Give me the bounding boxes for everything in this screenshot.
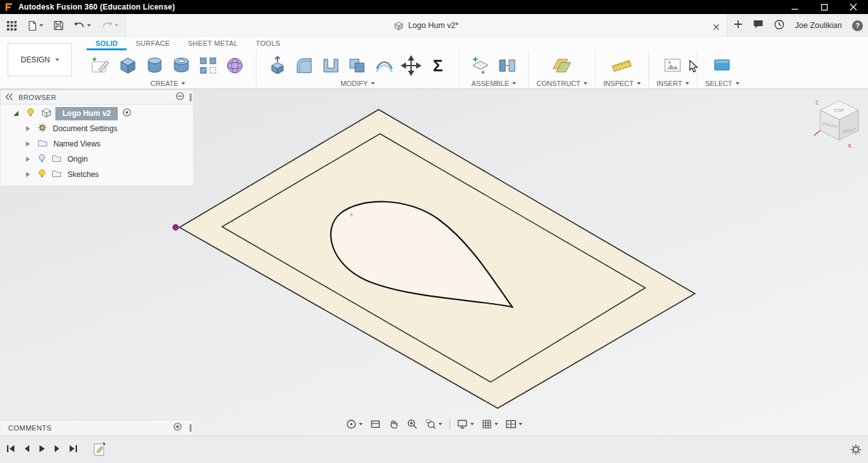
viewports-caret-icon[interactable]	[519, 423, 522, 425]
browser-row-document-settings[interactable]: Document Settings	[1, 121, 193, 136]
minimize-button[interactable]	[780, 0, 809, 14]
user-name[interactable]: Joe Zoulikian	[795, 21, 842, 30]
inspect-menu-button[interactable]: INSPECT	[603, 80, 641, 87]
construct-plane-icon[interactable]	[549, 52, 575, 79]
visibility-bulb-icon[interactable]	[38, 169, 46, 180]
group-assemble: ASSEMBLE	[459, 50, 528, 89]
settings-gear-icon	[38, 123, 47, 134]
browser-minimize-icon[interactable]	[176, 92, 185, 103]
zoom-button[interactable]	[407, 418, 418, 430]
create-menu-button[interactable]: CREATE	[151, 80, 186, 87]
press-pull-icon[interactable]	[264, 52, 291, 79]
document-tab-close-icon[interactable]	[713, 22, 720, 33]
orbit-button[interactable]	[346, 418, 363, 430]
display-settings-button[interactable]	[457, 418, 474, 430]
assemble-menu-button[interactable]: ASSEMBLE	[472, 80, 516, 87]
titlebar: Autodesk Fusion 360 (Education License)	[0, 0, 868, 14]
zoom-window-caret-icon[interactable]	[438, 423, 442, 425]
save-button[interactable]	[53, 20, 64, 31]
browser-collapse-icon[interactable]	[4, 92, 13, 103]
modify-menu-button[interactable]: MODIFY	[340, 80, 375, 87]
browser-row-root[interactable]: Logo Hum v2	[1, 106, 193, 121]
comments-scroll-handle[interactable]	[190, 424, 192, 432]
document-tab[interactable]: Logo Hum v2*	[125, 14, 727, 37]
construct-menu-button[interactable]: CONSTRUCT	[536, 80, 587, 87]
combine-icon[interactable]	[344, 52, 371, 79]
revolve-icon[interactable]	[141, 52, 168, 79]
shell-icon[interactable]	[318, 52, 344, 79]
collapsed-caret-icon[interactable]	[26, 157, 30, 162]
pan-button[interactable]	[388, 418, 400, 430]
collapsed-caret-icon[interactable]	[26, 172, 30, 177]
browser-row-named-views[interactable]: Named Views	[1, 136, 193, 152]
assemble-label: ASSEMBLE	[472, 80, 509, 87]
file-menu-caret-icon	[39, 24, 43, 27]
collapsed-caret-icon[interactable]	[26, 141, 30, 146]
new-component-icon[interactable]	[467, 52, 494, 79]
change-parameters-icon[interactable]: Σ	[424, 52, 451, 79]
maximize-button[interactable]	[809, 0, 839, 14]
tab-surface[interactable]: SURFACE	[127, 37, 179, 50]
expand-indicator-icon[interactable]	[13, 111, 18, 116]
timeline-go-to-end-button[interactable]	[69, 444, 78, 455]
visibility-bulb-off-icon[interactable]	[38, 153, 46, 165]
close-button[interactable]	[839, 0, 868, 14]
offset-face-icon[interactable]	[371, 52, 398, 79]
redo-button[interactable]	[101, 20, 118, 31]
tab-solid[interactable]: SOLID	[87, 37, 127, 50]
hole-icon[interactable]	[168, 52, 195, 79]
collapsed-caret-icon[interactable]	[26, 126, 30, 131]
pattern-icon[interactable]	[195, 52, 221, 79]
look-at-button[interactable]	[370, 418, 381, 430]
fillet-icon[interactable]	[291, 52, 318, 79]
file-menu-button[interactable]	[27, 20, 43, 31]
document-tab-label: Logo Hum v2*	[408, 21, 458, 30]
measure-icon[interactable]	[608, 52, 635, 79]
timeline-go-to-start-button[interactable]	[6, 444, 15, 455]
joint-icon[interactable]	[494, 52, 521, 79]
viewports-button[interactable]	[505, 418, 522, 430]
folder-icon	[52, 154, 62, 165]
orbit-caret-icon[interactable]	[359, 423, 363, 425]
insert-menu-button[interactable]: INSERT	[657, 80, 689, 87]
comments-panel[interactable]: COMMENTS	[1, 420, 193, 436]
browser-scroll-handle[interactable]	[190, 94, 192, 101]
zoom-window-button[interactable]	[425, 418, 442, 430]
timeline-settings-gear-icon[interactable]	[850, 444, 862, 458]
browser-panel: BROWSER	[1, 90, 193, 185]
viewcube[interactable]: Z TOP FRONT RIGHT X	[812, 96, 867, 154]
browser-row-origin[interactable]: Origin	[1, 152, 193, 167]
create-sketch-icon[interactable]	[88, 52, 115, 79]
insert-canvas-icon[interactable]	[659, 52, 686, 79]
workspace-switcher[interactable]: DESIGN	[8, 43, 72, 76]
add-comment-icon[interactable]	[173, 422, 182, 434]
select-menu-button[interactable]: SELECT	[705, 80, 739, 87]
visibility-bulb-icon[interactable]	[26, 108, 35, 119]
inspect-label: INSPECT	[603, 80, 634, 87]
job-status-clock-icon[interactable]	[774, 19, 785, 32]
tab-tools[interactable]: TOOLS	[247, 37, 290, 50]
timeline-step-forward-button[interactable]	[53, 444, 61, 455]
move-copy-icon[interactable]	[398, 52, 424, 79]
app-grid-menu-icon[interactable]	[6, 20, 17, 31]
sketch-point[interactable]	[173, 225, 179, 231]
timeline-play-button[interactable]	[38, 444, 46, 455]
new-document-tab-button[interactable]	[734, 20, 743, 31]
timeline-sketch-feature[interactable]	[93, 442, 106, 460]
grid-snap-button[interactable]	[481, 418, 498, 430]
comments-bubble-icon[interactable]	[753, 19, 764, 32]
viewport-canvas[interactable]: Z TOP FRONT RIGHT X BROWSER	[0, 89, 868, 436]
display-settings-caret-icon[interactable]	[470, 423, 474, 425]
grid-snap-caret-icon[interactable]	[494, 423, 498, 425]
tab-sheet-metal[interactable]: SHEET METAL	[179, 37, 247, 50]
create-form-icon[interactable]	[221, 52, 248, 79]
extrude-icon[interactable]	[115, 52, 141, 79]
root-component-name[interactable]: Logo Hum v2	[55, 107, 118, 120]
timeline-step-back-button[interactable]	[23, 444, 31, 455]
help-button[interactable]: ?	[852, 20, 863, 31]
create-caret-icon	[181, 82, 185, 85]
select-tool-icon[interactable]	[709, 52, 736, 79]
undo-button[interactable]	[74, 20, 91, 31]
activate-component-radio-icon[interactable]	[122, 108, 132, 119]
browser-row-sketches[interactable]: Sketches	[1, 167, 193, 182]
